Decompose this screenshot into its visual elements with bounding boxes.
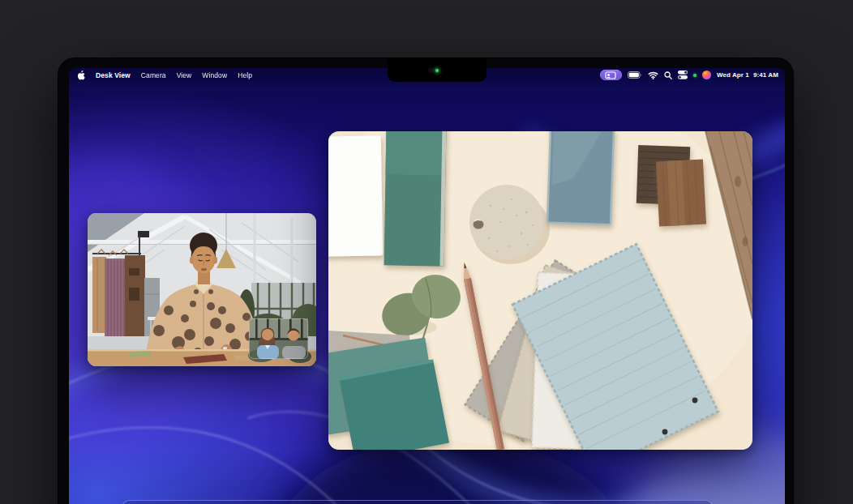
facetime-video-feed [88,213,316,366]
notch-camera-dot [435,69,439,72]
facetime-window[interactable] [88,213,316,366]
desk-view-indicator-icon[interactable] [600,70,622,80]
pip-remote-participants[interactable] [248,318,311,363]
siri-icon[interactable] [702,70,711,79]
apple-menu-icon[interactable] [77,70,85,80]
spotlight-search-icon[interactable] [664,71,672,79]
menu-bar-status: Wed Apr 1 9:41 AM [600,68,778,82]
display-notch [388,58,487,82]
white-tile [328,135,383,256]
menu-window[interactable]: Window [202,71,227,79]
background-window-edge[interactable] [122,500,714,504]
menu-bar-left: Desk View Camera View Window Help [77,70,252,80]
battery-icon[interactable] [628,71,642,79]
desk-view-feed [328,131,752,450]
notch-camera-lens [428,67,434,73]
cherry-wood-sample [656,160,706,227]
control-center-icon[interactable] [678,70,688,79]
blue-gray-tile [547,131,614,224]
camera-active-dot [693,74,697,77]
wifi-icon[interactable] [648,71,658,79]
teal-tile [384,131,447,267]
menu-bar-app-name[interactable]: Desk View [96,71,131,79]
menu-view[interactable]: View [177,71,192,79]
desktop-screen: Desk View Camera View Window Help [69,68,785,504]
time-label: 9:41 AM [753,71,778,79]
menu-camera[interactable]: Camera [141,71,166,79]
date-label: Wed Apr 1 [717,71,749,79]
desk-view-window[interactable] [328,131,752,450]
menu-help[interactable]: Help [238,71,252,79]
screenshot-stage: Desk View Camera View Window Help [0,0,853,504]
menu-bar-clock[interactable]: Wed Apr 1 9:41 AM [717,71,778,79]
macbook-display: Desk View Camera View Window Help [58,58,793,504]
